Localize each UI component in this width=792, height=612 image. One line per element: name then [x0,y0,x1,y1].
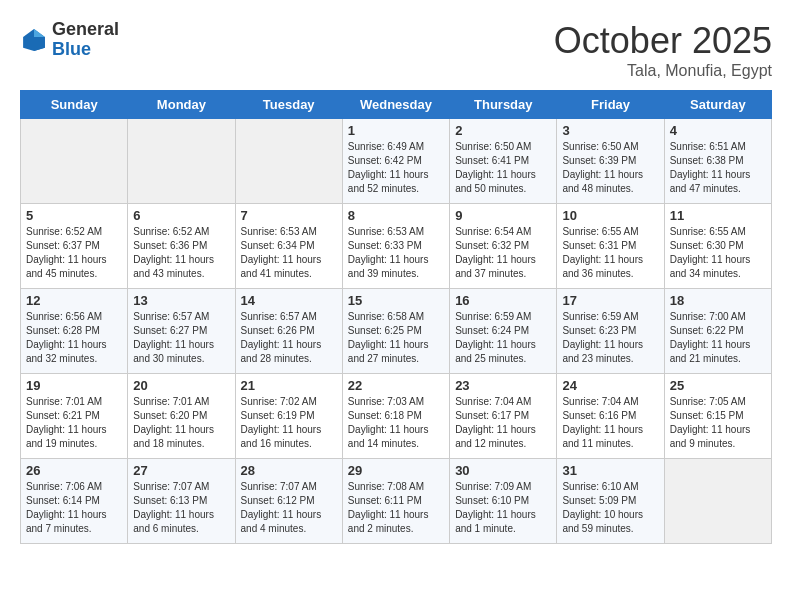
day-info: Sunrise: 6:59 AM Sunset: 6:24 PM Dayligh… [455,310,551,366]
day-number: 26 [26,463,122,478]
day-number: 16 [455,293,551,308]
calendar-day-cell: 26Sunrise: 7:06 AM Sunset: 6:14 PM Dayli… [21,459,128,544]
day-info: Sunrise: 7:06 AM Sunset: 6:14 PM Dayligh… [26,480,122,536]
day-info: Sunrise: 6:51 AM Sunset: 6:38 PM Dayligh… [670,140,766,196]
calendar-day-cell: 9Sunrise: 6:54 AM Sunset: 6:32 PM Daylig… [450,204,557,289]
calendar-day-cell [664,459,771,544]
calendar-day-cell [21,119,128,204]
calendar-day-cell: 28Sunrise: 7:07 AM Sunset: 6:12 PM Dayli… [235,459,342,544]
calendar-day-cell: 6Sunrise: 6:52 AM Sunset: 6:36 PM Daylig… [128,204,235,289]
day-number: 24 [562,378,658,393]
calendar-week-row: 26Sunrise: 7:06 AM Sunset: 6:14 PM Dayli… [21,459,772,544]
calendar-day-cell: 12Sunrise: 6:56 AM Sunset: 6:28 PM Dayli… [21,289,128,374]
calendar-day-cell: 14Sunrise: 6:57 AM Sunset: 6:26 PM Dayli… [235,289,342,374]
day-number: 15 [348,293,444,308]
svg-marker-2 [34,37,45,51]
day-info: Sunrise: 6:57 AM Sunset: 6:26 PM Dayligh… [241,310,337,366]
day-number: 30 [455,463,551,478]
day-number: 7 [241,208,337,223]
day-info: Sunrise: 7:07 AM Sunset: 6:12 PM Dayligh… [241,480,337,536]
calendar-day-cell: 27Sunrise: 7:07 AM Sunset: 6:13 PM Dayli… [128,459,235,544]
day-number: 5 [26,208,122,223]
day-info: Sunrise: 6:57 AM Sunset: 6:27 PM Dayligh… [133,310,229,366]
day-info: Sunrise: 6:54 AM Sunset: 6:32 PM Dayligh… [455,225,551,281]
calendar-day-cell: 22Sunrise: 7:03 AM Sunset: 6:18 PM Dayli… [342,374,449,459]
calendar-day-cell: 23Sunrise: 7:04 AM Sunset: 6:17 PM Dayli… [450,374,557,459]
day-number: 29 [348,463,444,478]
day-number: 22 [348,378,444,393]
calendar-week-row: 5Sunrise: 6:52 AM Sunset: 6:37 PM Daylig… [21,204,772,289]
svg-marker-1 [34,29,45,37]
calendar-week-row: 19Sunrise: 7:01 AM Sunset: 6:21 PM Dayli… [21,374,772,459]
day-of-week-header: Monday [128,91,235,119]
calendar-day-cell: 4Sunrise: 6:51 AM Sunset: 6:38 PM Daylig… [664,119,771,204]
day-number: 3 [562,123,658,138]
day-number: 25 [670,378,766,393]
day-info: Sunrise: 6:50 AM Sunset: 6:39 PM Dayligh… [562,140,658,196]
day-info: Sunrise: 6:53 AM Sunset: 6:34 PM Dayligh… [241,225,337,281]
day-number: 18 [670,293,766,308]
day-info: Sunrise: 6:52 AM Sunset: 6:36 PM Dayligh… [133,225,229,281]
day-info: Sunrise: 7:09 AM Sunset: 6:10 PM Dayligh… [455,480,551,536]
day-info: Sunrise: 7:04 AM Sunset: 6:16 PM Dayligh… [562,395,658,451]
day-of-week-header: Tuesday [235,91,342,119]
calendar-table: SundayMondayTuesdayWednesdayThursdayFrid… [20,90,772,544]
calendar-day-cell: 1Sunrise: 6:49 AM Sunset: 6:42 PM Daylig… [342,119,449,204]
day-number: 17 [562,293,658,308]
day-info: Sunrise: 6:52 AM Sunset: 6:37 PM Dayligh… [26,225,122,281]
calendar-day-cell: 10Sunrise: 6:55 AM Sunset: 6:31 PM Dayli… [557,204,664,289]
calendar-day-cell: 24Sunrise: 7:04 AM Sunset: 6:16 PM Dayli… [557,374,664,459]
calendar-day-cell: 5Sunrise: 6:52 AM Sunset: 6:37 PM Daylig… [21,204,128,289]
logo: General Blue [20,20,119,60]
calendar-day-cell: 25Sunrise: 7:05 AM Sunset: 6:15 PM Dayli… [664,374,771,459]
calendar-day-cell: 2Sunrise: 6:50 AM Sunset: 6:41 PM Daylig… [450,119,557,204]
day-number: 28 [241,463,337,478]
month-title: October 2025 [554,20,772,62]
calendar-day-cell: 15Sunrise: 6:58 AM Sunset: 6:25 PM Dayli… [342,289,449,374]
day-of-week-header: Saturday [664,91,771,119]
calendar-day-cell: 29Sunrise: 7:08 AM Sunset: 6:11 PM Dayli… [342,459,449,544]
day-info: Sunrise: 7:04 AM Sunset: 6:17 PM Dayligh… [455,395,551,451]
day-of-week-header: Thursday [450,91,557,119]
day-number: 2 [455,123,551,138]
day-info: Sunrise: 7:00 AM Sunset: 6:22 PM Dayligh… [670,310,766,366]
day-number: 21 [241,378,337,393]
day-info: Sunrise: 6:58 AM Sunset: 6:25 PM Dayligh… [348,310,444,366]
day-number: 27 [133,463,229,478]
day-info: Sunrise: 6:53 AM Sunset: 6:33 PM Dayligh… [348,225,444,281]
day-info: Sunrise: 6:49 AM Sunset: 6:42 PM Dayligh… [348,140,444,196]
calendar-week-row: 12Sunrise: 6:56 AM Sunset: 6:28 PM Dayli… [21,289,772,374]
location-title: Tala, Monufia, Egypt [554,62,772,80]
calendar-day-cell: 18Sunrise: 7:00 AM Sunset: 6:22 PM Dayli… [664,289,771,374]
calendar-header-row: SundayMondayTuesdayWednesdayThursdayFrid… [21,91,772,119]
day-info: Sunrise: 7:01 AM Sunset: 6:21 PM Dayligh… [26,395,122,451]
day-number: 6 [133,208,229,223]
calendar-day-cell: 17Sunrise: 6:59 AM Sunset: 6:23 PM Dayli… [557,289,664,374]
calendar-day-cell: 7Sunrise: 6:53 AM Sunset: 6:34 PM Daylig… [235,204,342,289]
day-number: 12 [26,293,122,308]
day-info: Sunrise: 6:50 AM Sunset: 6:41 PM Dayligh… [455,140,551,196]
day-of-week-header: Sunday [21,91,128,119]
day-of-week-header: Friday [557,91,664,119]
calendar-week-row: 1Sunrise: 6:49 AM Sunset: 6:42 PM Daylig… [21,119,772,204]
calendar-day-cell: 20Sunrise: 7:01 AM Sunset: 6:20 PM Dayli… [128,374,235,459]
calendar-day-cell [128,119,235,204]
day-number: 14 [241,293,337,308]
calendar-day-cell: 8Sunrise: 6:53 AM Sunset: 6:33 PM Daylig… [342,204,449,289]
logo-icon [20,26,48,54]
day-number: 31 [562,463,658,478]
day-info: Sunrise: 7:05 AM Sunset: 6:15 PM Dayligh… [670,395,766,451]
calendar-day-cell: 3Sunrise: 6:50 AM Sunset: 6:39 PM Daylig… [557,119,664,204]
calendar-day-cell: 21Sunrise: 7:02 AM Sunset: 6:19 PM Dayli… [235,374,342,459]
day-number: 19 [26,378,122,393]
day-info: Sunrise: 7:03 AM Sunset: 6:18 PM Dayligh… [348,395,444,451]
day-number: 20 [133,378,229,393]
day-number: 9 [455,208,551,223]
day-info: Sunrise: 6:59 AM Sunset: 6:23 PM Dayligh… [562,310,658,366]
day-of-week-header: Wednesday [342,91,449,119]
day-info: Sunrise: 6:10 AM Sunset: 5:09 PM Dayligh… [562,480,658,536]
day-number: 4 [670,123,766,138]
day-info: Sunrise: 6:55 AM Sunset: 6:31 PM Dayligh… [562,225,658,281]
calendar-day-cell: 31Sunrise: 6:10 AM Sunset: 5:09 PM Dayli… [557,459,664,544]
page-header: General Blue October 2025 Tala, Monufia,… [20,20,772,80]
